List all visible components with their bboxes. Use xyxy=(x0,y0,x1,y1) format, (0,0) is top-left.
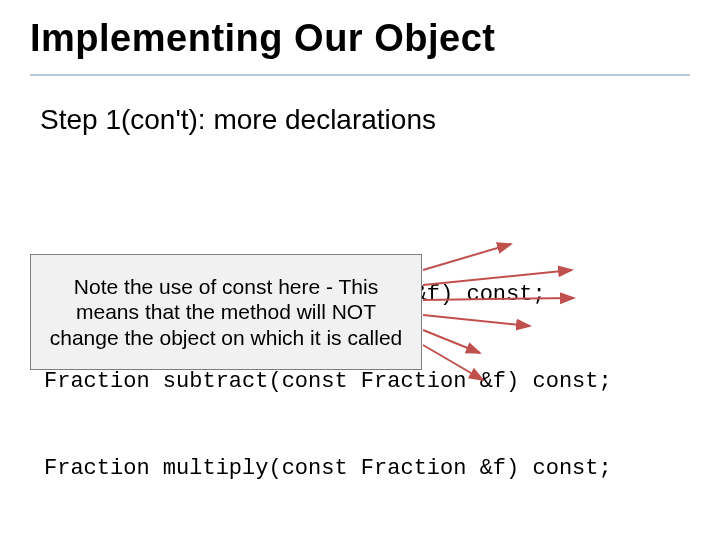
code-line: Fraction multiply(const Fraction &f) con… xyxy=(44,454,612,483)
code-line: Fraction subtract(const Fraction &f) con… xyxy=(44,367,612,396)
callout-box: Note the use of const here - This means … xyxy=(30,254,422,370)
slide-title: Implementing Our Object xyxy=(0,0,720,66)
callout-text: Note the use of const here - This means … xyxy=(41,274,411,351)
slide-subtitle: Step 1(con't): more declarations xyxy=(0,76,720,136)
slide: Implementing Our Object Step 1(con't): m… xyxy=(0,0,720,540)
